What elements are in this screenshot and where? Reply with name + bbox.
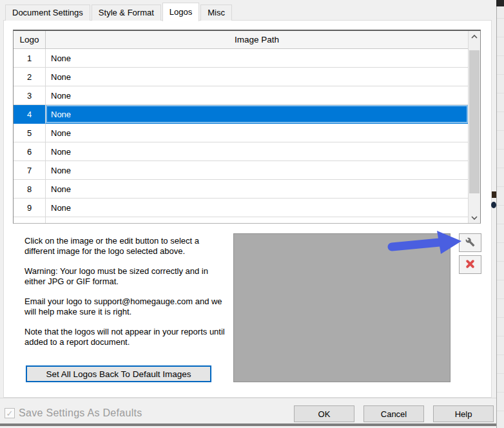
logo-number-cell: 4 (14, 105, 46, 124)
background-artifact (491, 202, 496, 208)
logo-table: Logo Image Path 1 None 2 None 3 None 4 N… (13, 30, 481, 224)
background-dark-corner (496, 0, 504, 6)
table-row[interactable]: 7 None (14, 161, 468, 180)
tab-style-format[interactable]: Style & Format (92, 5, 161, 21)
cancel-button[interactable]: Cancel (363, 405, 424, 422)
window-bottom-border (0, 423, 496, 426)
background-right-strip (497, 0, 504, 428)
image-path-cell: None (46, 68, 468, 86)
image-path-cell: None (46, 180, 468, 199)
ok-button[interactable]: OK (294, 405, 354, 422)
instruction-paragraph: Click on the image or the edit button to… (24, 236, 228, 256)
image-path-cell (46, 217, 468, 223)
table-row[interactable]: 6 None (14, 142, 468, 161)
tab-bar: Document Settings Style & Format Logos M… (5, 3, 233, 21)
table-vertical-scrollbar[interactable] (468, 31, 480, 223)
tab-logos[interactable]: Logos (162, 3, 199, 21)
table-row[interactable]: 2 None (14, 68, 468, 86)
image-path-cell: None (46, 161, 468, 180)
table-row-selected[interactable]: 4 None (14, 105, 468, 124)
tab-document-settings[interactable]: Document Settings (5, 5, 90, 21)
delete-logo-button[interactable] (459, 255, 481, 274)
scroll-up-arrow-icon[interactable] (469, 31, 480, 42)
red-x-icon (465, 259, 475, 271)
logo-number-cell: 8 (14, 180, 46, 199)
table-row[interactable]: 3 None (14, 86, 468, 105)
image-path-cell: None (46, 199, 468, 217)
table-row[interactable]: 5 None (14, 124, 468, 142)
logo-number-cell: 2 (14, 68, 46, 86)
logo-table-body: Logo Image Path 1 None 2 None 3 None 4 N… (14, 31, 468, 223)
image-path-cell: None (46, 105, 468, 124)
table-row[interactable]: 8 None (14, 180, 468, 199)
image-path-cell: None (46, 86, 468, 105)
logo-number-cell: 5 (14, 124, 46, 142)
table-row[interactable]: 9 None (14, 199, 468, 217)
logo-number-cell: 9 (14, 199, 46, 217)
save-defaults-label: Save Settings As Defaults (19, 407, 142, 419)
logo-number-cell: 3 (14, 86, 46, 105)
logo-number-cell: 7 (14, 161, 46, 180)
save-defaults-checkbox[interactable]: ✓ (5, 408, 15, 418)
background-artifact (492, 191, 496, 198)
instruction-email: Email your logo to support@homegauge.com… (24, 297, 228, 316)
wrench-icon (465, 237, 475, 249)
logo-column-header: Logo (14, 31, 46, 49)
scroll-down-arrow-icon[interactable] (469, 212, 480, 223)
checkmark-icon: ✓ (6, 409, 14, 418)
tab-misc[interactable]: Misc (200, 5, 232, 21)
logo-number-cell: 6 (14, 142, 46, 161)
instruction-note: Note that the logos will not appear in y… (24, 327, 228, 347)
scrollbar-thumb[interactable] (469, 50, 480, 193)
instruction-text: Click on the image or the edit button to… (24, 236, 228, 357)
image-path-cell: None (46, 124, 468, 142)
image-path-cell: None (46, 142, 468, 161)
image-path-column-header: Image Path (46, 31, 468, 49)
instruction-warning: Warning: Your logo must be sized correct… (24, 266, 228, 286)
logos-settings-dialog: Document Settings Style & Format Logos M… (0, 0, 504, 428)
logo-number-cell: 1 (14, 49, 46, 68)
set-all-logos-default-button[interactable]: Set All Logos Back To Default Images (26, 365, 211, 382)
logo-image-preview[interactable] (233, 233, 451, 382)
logo-number-cell (14, 217, 46, 223)
help-button[interactable]: Help (433, 405, 494, 422)
image-path-cell: None (46, 49, 468, 68)
table-row[interactable]: 1 None (14, 49, 468, 68)
table-row-partial (14, 217, 468, 223)
edit-logo-button[interactable] (459, 233, 481, 252)
table-header-row: Logo Image Path (14, 31, 468, 49)
